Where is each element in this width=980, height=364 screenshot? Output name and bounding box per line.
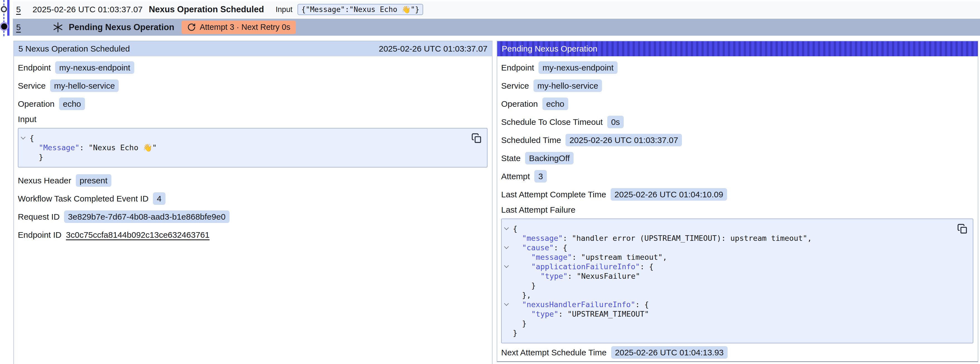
json-line: }, (502, 291, 953, 300)
event-timestamp: 2025-02-26 UTC 01:03:37.07 (33, 5, 143, 14)
input-json-block: {"Message": "Nexus Echo 👋"} (18, 128, 487, 168)
json-line: } (502, 281, 953, 291)
json-line: "Message": "Nexus Echo 👋" (18, 143, 468, 152)
field-value-badge: my-nexus-endpoint (55, 61, 134, 74)
attempt-badge-text: Attempt 3 · Next Retry 0s (200, 22, 291, 32)
json-text: : "UPSTREAM_TIMEOUT" (558, 310, 649, 318)
selected-event-node-icon[interactable] (1, 23, 7, 30)
field-value-badge: my-nexus-endpoint (538, 61, 617, 74)
json-key: "nexusHandlerFailureInfo" (522, 300, 635, 309)
json-text: : { (640, 262, 654, 271)
field-row: Endpointmy-nexus-endpoint (501, 59, 973, 77)
json-key: "Message" (39, 143, 80, 152)
json-text: { (30, 134, 34, 142)
field-value-badge: 2025-02-26 UTC 01:04:13.93 (611, 346, 728, 359)
retry-icon (187, 23, 196, 32)
scheduled-event-panel: 5 Nexus Operation Scheduled 2025-02-26 U… (13, 41, 493, 364)
json-line: "nexusHandlerFailureInfo": { (502, 300, 953, 310)
event-title: Nexus Operation Scheduled (149, 5, 264, 14)
json-key: "type" (531, 310, 558, 318)
pending-operation-panel: Pending Nexus Operation Endpointmy-nexus… (497, 41, 978, 362)
copy-icon[interactable] (471, 133, 482, 144)
field-label: Next Attempt Schedule Time (501, 348, 607, 357)
field-value-badge: echo (542, 97, 568, 110)
field-label: Attempt (501, 172, 530, 181)
collapse-chevron-icon[interactable] (21, 135, 25, 140)
json-line: } (18, 152, 468, 162)
failure-json-block: {"message": "handler error (UPSTREAM_TIM… (501, 219, 973, 343)
collapse-chevron-icon[interactable] (504, 225, 509, 230)
json-text: } (522, 319, 527, 328)
json-line: "cause": { (502, 243, 953, 252)
json-text: { (513, 224, 517, 233)
pending-panel-header: Pending Nexus Operation (497, 41, 978, 56)
field-row: Operationecho (501, 95, 973, 113)
scheduled-panel-header: 5 Nexus Operation Scheduled 2025-02-26 U… (14, 41, 492, 56)
asterisk-icon (52, 21, 64, 33)
timeline-dashed-line (3, 0, 5, 36)
event-row-scheduled[interactable]: 5 2025-02-26 UTC 01:03:37.07 Nexus Opera… (13, 2, 980, 18)
pending-title: Pending Nexus Operation (69, 22, 174, 32)
field-value-link[interactable]: 3c0c75ccfa8144b092c13ce632463761 (66, 230, 210, 240)
json-line: "type": "UPSTREAM_TIMEOUT" (502, 310, 953, 319)
input-block-label: Input (18, 113, 487, 125)
json-line: "applicationFailureInfo": { (502, 262, 953, 271)
attempt-retry-badge: Attempt 3 · Next Retry 0s (181, 21, 296, 34)
field-label: Schedule To Close Timeout (501, 117, 603, 127)
field-value-badge: 3e829b7e-7d67-4b08-aad3-b1e868bfe9e0 (64, 211, 229, 223)
json-text: : "upstream timeout", (572, 253, 667, 262)
field-value-badge: 2025-02-26 UTC 01:04:10.09 (611, 188, 727, 201)
json-line: "message": "handler error (UPSTREAM_TIME… (502, 233, 953, 243)
field-label: Operation (18, 99, 55, 109)
pending-id-link[interactable]: 5 (16, 22, 21, 32)
field-value-badge: BackingOff (525, 152, 574, 164)
failure-block-label: Last Attempt Failure (501, 203, 973, 216)
json-text: } (531, 281, 536, 290)
field-label: Nexus Header (18, 176, 71, 185)
collapse-chevron-icon[interactable] (504, 244, 509, 249)
json-text: : "Nexus Echo 👋" (80, 143, 157, 152)
event-row-pending[interactable]: 5 Pending Nexus Operation Attempt 3 · Ne… (13, 19, 980, 36)
json-key: "type" (541, 272, 568, 280)
field-label: State (501, 153, 521, 163)
field-value-badge: 3 (534, 170, 547, 182)
field-label: Service (18, 81, 46, 91)
field-label: Endpoint ID (18, 230, 62, 240)
event-detail-panels: 5 Nexus Operation Scheduled 2025-02-26 U… (13, 41, 978, 364)
scheduled-panel-title: 5 Nexus Operation Scheduled (18, 44, 130, 54)
json-text: }, (522, 291, 531, 299)
field-label: Workflow Task Completed Event ID (18, 194, 148, 203)
collapse-chevron-icon[interactable] (504, 301, 509, 306)
timeline-active-bar (7, 0, 10, 36)
field-label: Last Attempt Complete Time (501, 190, 606, 199)
json-text: } (513, 329, 517, 337)
field-row: Attempt3 (501, 167, 973, 185)
json-line: { (18, 134, 468, 143)
field-value-badge: present (76, 174, 111, 187)
field-label: Service (501, 81, 529, 91)
json-key: "message" (522, 234, 563, 243)
field-row: Servicemy-hello-service (501, 77, 973, 95)
event-node-icon[interactable] (1, 6, 7, 12)
field-row: Workflow Task Completed Event ID4 (18, 190, 487, 208)
field-row: Nexus Headerpresent (18, 171, 487, 190)
scheduled-panel-timestamp: 2025-02-26 UTC 01:03:37.07 (379, 44, 487, 54)
field-label: Operation (501, 99, 538, 109)
json-line: } (502, 328, 953, 338)
field-row: Next Attempt Schedule Time2025-02-26 UTC… (501, 343, 973, 361)
field-row: Endpointmy-nexus-endpoint (18, 59, 487, 77)
field-label: Endpoint (501, 63, 534, 72)
json-text: : { (635, 300, 649, 309)
field-value-badge: my-hello-service (533, 80, 602, 92)
json-line: } (502, 319, 953, 328)
copy-icon[interactable] (957, 223, 968, 235)
json-key: "message" (531, 253, 572, 262)
collapse-chevron-icon[interactable] (504, 263, 509, 268)
field-row: Scheduled Time2025-02-26 UTC 01:03:37.07 (501, 131, 973, 149)
field-value-badge: 0s (607, 116, 624, 128)
field-row: Servicemy-hello-service (18, 77, 487, 95)
field-row: StateBackingOff (501, 149, 973, 167)
event-input-label: Input (276, 5, 293, 14)
event-id-link[interactable]: 5 (16, 5, 21, 14)
json-text: : "handler error (UPSTREAM_TIMEOUT): ups… (563, 234, 812, 243)
